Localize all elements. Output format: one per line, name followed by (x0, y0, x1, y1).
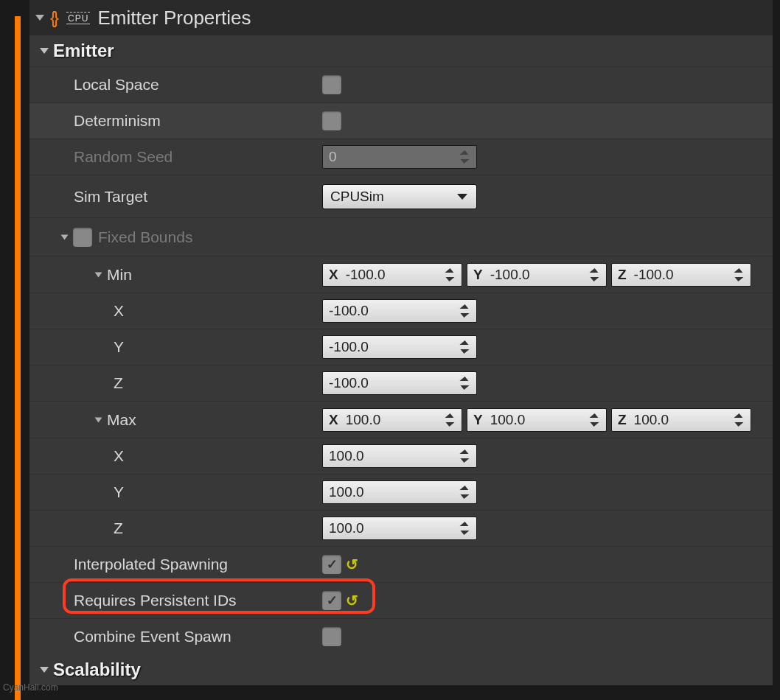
row-fixed-bounds: Fixed Bounds (29, 217, 773, 256)
drag-icon (588, 269, 600, 281)
section-emitter-title: Emitter (53, 41, 114, 61)
label-max-z: Z (114, 519, 123, 537)
input-max-z[interactable]: Z100.0 (611, 408, 751, 432)
section-scalability-header[interactable]: Scalability (29, 654, 773, 685)
accent-bar (15, 16, 21, 700)
label-max-x: X (114, 447, 124, 465)
panel-title: Emitter Properties (97, 7, 251, 29)
chevron-down-icon[interactable] (95, 272, 102, 277)
label-min-x: X (114, 302, 124, 320)
drag-icon (444, 414, 456, 426)
label-random-seed: Random Seed (74, 148, 173, 166)
row-max-x: X 100.0 (29, 438, 773, 474)
label-requires-persistent-ids: Requires Persistent IDs (74, 592, 237, 609)
row-determinism: Determinism (29, 102, 773, 139)
row-combine-event-spawn: Combine Event Spawn (29, 618, 773, 654)
chevron-down-icon (40, 48, 49, 54)
row-random-seed: Random Seed 0 (29, 139, 773, 175)
reset-icon[interactable]: ↺ (346, 556, 358, 573)
row-sim-target: Sim Target CPUSim (29, 175, 773, 217)
label-fixed-bounds: Fixed Bounds (98, 228, 192, 246)
row-min-z: Z -100.0 (29, 365, 773, 401)
label-interpolated-spawning: Interpolated Spawning (74, 556, 228, 573)
row-max: Max X100.0 Y100.0 Z100.0 (29, 401, 773, 438)
label-min-y: Y (114, 338, 124, 356)
cpu-badge: CPU (66, 12, 90, 24)
label-combine-event-spawn: Combine Event Spawn (74, 628, 231, 645)
panel-collapse-caret-icon[interactable] (35, 15, 44, 21)
brackets-icon (50, 9, 59, 27)
checkbox-local-space[interactable] (322, 75, 341, 94)
section-scalability-title: Scalability (53, 659, 141, 680)
label-local-space: Local Space (74, 76, 159, 94)
input-min-x-single[interactable]: -100.0 (322, 299, 477, 323)
row-local-space: Local Space (29, 66, 773, 102)
checkbox-combine-event-spawn[interactable] (322, 627, 341, 646)
drag-icon (733, 269, 745, 281)
label-min: Min (107, 266, 132, 284)
drag-icon (459, 450, 470, 462)
label-sim-target: Sim Target (74, 188, 147, 206)
drag-icon (459, 486, 470, 498)
input-max-x[interactable]: X100.0 (322, 408, 462, 432)
label-max: Max (107, 411, 136, 429)
checkbox-requires-persistent-ids[interactable] (322, 591, 341, 610)
reset-icon[interactable]: ↺ (346, 592, 358, 609)
row-max-y: Y 100.0 (29, 474, 773, 510)
input-random-seed: 0 (322, 145, 477, 169)
checkbox-determinism[interactable] (322, 111, 341, 130)
checkbox-fixed-bounds[interactable] (73, 228, 92, 247)
watermark: CyanHall.com (3, 682, 58, 693)
panel-header: CPU Emitter Properties (29, 0, 773, 35)
drag-icon (588, 414, 600, 426)
properties-panel: CPU Emitter Properties Emitter Local Spa… (29, 0, 773, 700)
label-determinism: Determinism (74, 112, 161, 130)
chevron-down-icon (40, 667, 49, 673)
drag-icon (459, 522, 470, 534)
drag-icon (459, 151, 470, 163)
row-min-x: X -100.0 (29, 293, 773, 329)
input-max-x-single[interactable]: 100.0 (322, 444, 477, 468)
input-max-y[interactable]: Y100.0 (467, 408, 607, 432)
drag-icon (459, 377, 470, 389)
input-min-y-single[interactable]: -100.0 (322, 335, 477, 359)
input-min-y[interactable]: Y-100.0 (467, 263, 607, 287)
row-min-y: Y -100.0 (29, 329, 773, 365)
row-max-z: Z 100.0 (29, 510, 773, 546)
row-requires-persistent-ids: Requires Persistent IDs ↺ (29, 582, 773, 618)
input-max-z-single[interactable]: 100.0 (322, 517, 477, 540)
drag-icon (459, 341, 470, 353)
label-min-z: Z (114, 374, 123, 392)
input-max-y-single[interactable]: 100.0 (322, 480, 477, 504)
checkbox-interpolated-spawning[interactable] (322, 555, 341, 574)
section-emitter-header[interactable]: Emitter (29, 35, 773, 66)
drag-icon (444, 269, 456, 281)
chevron-down-icon[interactable] (95, 417, 102, 422)
chevron-down-icon[interactable] (61, 234, 69, 239)
input-min-z[interactable]: Z-100.0 (611, 263, 751, 287)
label-max-y: Y (114, 483, 124, 501)
row-min: Min X-100.0 Y-100.0 Z-100.0 (29, 256, 773, 293)
drag-icon (733, 414, 745, 426)
drag-icon (459, 305, 470, 317)
row-interpolated-spawning: Interpolated Spawning ↺ (29, 546, 773, 582)
input-min-x[interactable]: X-100.0 (322, 263, 462, 287)
dropdown-sim-target[interactable]: CPUSim (322, 184, 477, 209)
input-min-z-single[interactable]: -100.0 (322, 371, 477, 395)
